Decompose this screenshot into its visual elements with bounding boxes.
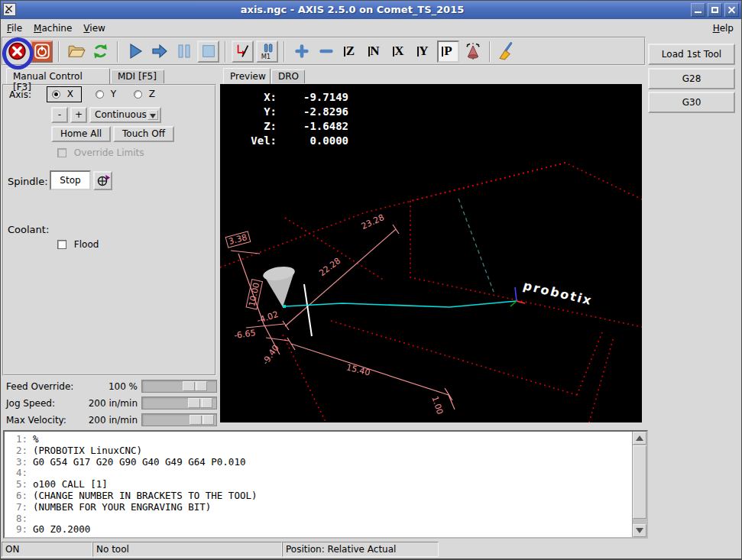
load-first-tool-button[interactable]: Load 1st Tool	[648, 44, 735, 65]
toolbar: M1 Z N X Y	[2, 37, 646, 66]
arrow-down-icon	[636, 528, 643, 533]
zoom-out-button[interactable]	[315, 40, 337, 63]
view-z-button[interactable]: Z	[339, 40, 361, 63]
m1-label: M1	[261, 53, 270, 60]
clear-plot-icon	[497, 41, 517, 61]
view-z-rotated-icon	[368, 47, 372, 57]
checkbox-icon	[57, 148, 66, 157]
gcode-line: %	[33, 434, 39, 445]
menu-view[interactable]: View	[83, 23, 105, 34]
run-icon	[126, 42, 144, 60]
jog-plus-button[interactable]: +	[70, 107, 87, 123]
gcode-listing[interactable]: 1:% 2:(PROBOTIX LinuxCNC) 3:G0 G54 G17 G…	[3, 430, 648, 539]
spindle-brake-button[interactable]	[93, 171, 112, 190]
app-icon	[3, 3, 16, 16]
slider-thumb[interactable]	[188, 398, 212, 408]
jog-mode-dropdown[interactable]: Continuous	[89, 107, 161, 123]
override-limits-checkbox[interactable]: Override Limits	[57, 147, 144, 158]
override-limits-label: Override Limits	[74, 147, 144, 158]
flood-checkbox[interactable]: Flood	[57, 239, 99, 250]
gcode-line: (CHANGE NUMBER IN BRACKETS TO THE TOOL)	[33, 490, 258, 501]
checkbox-icon	[57, 240, 66, 249]
radio-z-icon	[134, 90, 142, 99]
tab-preview[interactable]: Preview	[223, 68, 271, 84]
feed-override-row: Feed Override: 100 %	[0, 380, 219, 393]
spindle-label: Spindle:	[8, 176, 48, 187]
coolant-label: Coolant:	[8, 224, 49, 235]
feed-override-slider[interactable]	[141, 380, 217, 393]
gcode-line-number: 6:	[5, 490, 28, 502]
maximize-button[interactable]	[708, 3, 722, 17]
slider-thumb[interactable]	[190, 415, 214, 425]
highlight-line	[304, 284, 312, 336]
axis-radio-x[interactable]: X	[47, 86, 82, 102]
touch-off-button[interactable]: Touch Off	[113, 126, 174, 142]
scrollbar-thumb[interactable]	[633, 445, 646, 519]
slider-thumb[interactable]	[183, 381, 207, 391]
gcode-line-number: 5:	[5, 479, 28, 490]
zoom-in-button[interactable]	[290, 40, 313, 63]
dropdown-arrow-box	[147, 110, 158, 120]
menu-help[interactable]: Help	[713, 23, 734, 34]
minimize-button[interactable]	[691, 3, 705, 17]
menu-machine[interactable]: Machine	[34, 23, 72, 34]
optional-pause-button[interactable]: M1	[256, 40, 278, 63]
stop-button[interactable]	[197, 40, 219, 63]
jog-mode-value: Continuous	[95, 109, 147, 120]
max-velocity-slider[interactable]	[141, 413, 217, 426]
view-x-button[interactable]: X	[388, 40, 410, 63]
view-y-button[interactable]: Y	[413, 40, 435, 63]
step-button[interactable]	[148, 40, 170, 63]
open-file-icon	[66, 41, 86, 61]
gcode-line-number: 1:	[5, 434, 28, 445]
jog-speed-slider[interactable]	[141, 397, 217, 409]
max-velocity-row: Max Velocity: 200 in/min	[0, 413, 219, 427]
scroll-up-button[interactable]	[633, 432, 646, 445]
toolbar-separator	[117, 41, 118, 62]
titlebar: axis.ngc - AXIS 2.5.0 on Comet_TS_2015	[0, 0, 742, 19]
view-perspective-button[interactable]: P	[437, 40, 459, 63]
status-tool: No tool	[92, 542, 282, 557]
gcode-line-number: 4:	[5, 468, 28, 479]
tab-mdi[interactable]: MDI [F5]	[111, 70, 164, 83]
reload-file-button[interactable]	[89, 40, 112, 63]
run-button[interactable]	[124, 40, 146, 63]
menubar: File Machine View Help	[0, 19, 742, 37]
axis-radio-z[interactable]: Z	[134, 89, 155, 99]
close-button[interactable]	[724, 3, 739, 17]
view-z-rotated-button[interactable]: N	[364, 40, 386, 63]
skip-lines-button[interactable]	[232, 40, 254, 63]
radio-x-icon	[52, 90, 60, 99]
jog-speed-row: Jog Speed: 200 in/min	[0, 397, 219, 410]
gcode-line-number: 3:	[5, 457, 28, 468]
menu-file[interactable]: File	[7, 23, 22, 34]
gcode-text[interactable]: 1:% 2:(PROBOTIX LinuxCNC) 3:G0 G54 G17 G…	[5, 434, 631, 537]
jog-minus-button[interactable]: -	[51, 107, 68, 123]
g30-button[interactable]: G30	[648, 92, 735, 113]
optional-pause-icon: M1	[259, 43, 276, 60]
pause-button[interactable]	[173, 40, 195, 63]
estop-button[interactable]	[6, 40, 28, 63]
tab-dro[interactable]: DRO	[271, 70, 305, 83]
open-file-button[interactable]	[65, 40, 87, 63]
machine-power-button[interactable]	[31, 40, 53, 63]
gcode-line-number: 8:	[5, 513, 28, 525]
scroll-down-button[interactable]	[633, 524, 646, 537]
radio-z-label: Z	[149, 89, 155, 99]
rotate-view-button[interactable]	[462, 40, 484, 63]
gcode-line-number: 7:	[5, 502, 28, 513]
home-all-button[interactable]: Home All	[51, 126, 111, 142]
tab-manual-control[interactable]: Manual Control [F3]	[6, 68, 110, 84]
spindle-stop-button[interactable]: Stop	[50, 170, 91, 190]
gcode-scrollbar[interactable]	[632, 432, 646, 537]
machine-power-icon	[34, 43, 50, 60]
view-perspective-icon	[442, 47, 446, 57]
chevron-down-icon	[150, 114, 156, 118]
feed-override-value: 100 %	[109, 381, 138, 392]
axis-radio-y[interactable]: Y	[96, 89, 116, 99]
window-title: axis.ngc - AXIS 2.5.0 on Comet_TS_2015	[16, 4, 689, 15]
preview-canvas[interactable]: X:-9.7149 Y:-2.8296 Z:-1.6482 Vel:0.0000	[220, 84, 642, 422]
g28-button[interactable]: G28	[648, 68, 735, 89]
clear-plot-button[interactable]	[496, 40, 518, 63]
toolbar-separator	[225, 41, 226, 62]
